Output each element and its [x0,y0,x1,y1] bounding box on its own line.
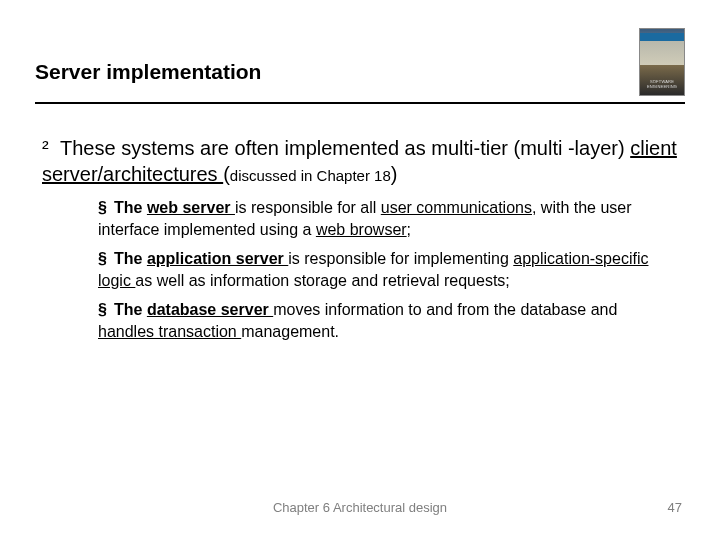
p0-mid1: is responsible for all [235,199,381,216]
cover-label: SOFTWARE ENGINEERING [640,79,684,89]
p0-u1: web server [147,199,235,216]
book-cover-thumbnail: SOFTWARE ENGINEERING [639,28,685,96]
square-bullet-icon: § [98,197,114,219]
slide: Server implementation SOFTWARE ENGINEERI… [0,0,720,540]
slide-title: Server implementation [35,60,261,84]
footer-center: Chapter 6 Architectural design [0,500,720,515]
bullet-level2: §The web server is responsible for all u… [98,197,676,240]
p2-u2: handles transaction [98,323,241,340]
bullet-level2: §The database server moves information t… [98,299,676,342]
slide-number: 47 [668,500,682,515]
p1-mid2: as well as information storage and retri… [135,272,509,289]
p1-u1: application server [147,250,288,267]
cover-band [640,33,684,41]
bullet-level2: §The application server is responsible f… [98,248,676,291]
intro-paren-close: ) [391,163,398,185]
square-bullet-icon: § [98,248,114,270]
slide-body: ²These systems are often implemented as … [42,135,680,351]
p1-pre: The [114,250,147,267]
bullet-level1: ²These systems are often implemented as … [42,135,680,187]
p1-mid1: is responsible for implementing [288,250,513,267]
p2-u1: database server [147,301,273,318]
p2-pre: The [114,301,147,318]
p0-post: ; [407,221,411,238]
p2-mid1: moves information to and from the databa… [273,301,617,318]
square-bullet-icon: § [98,299,114,321]
title-rule [35,102,685,104]
p2-mid2: management. [241,323,339,340]
intro-paren-open: ( [223,163,230,185]
intro-small: discussed in Chapter 18 [230,167,391,184]
p0-u3: web browser [316,221,407,238]
p0-u2: user communications [381,199,532,216]
diamond-bullet-icon: ² [42,135,60,161]
p0-pre: The [114,199,147,216]
intro-text-1: These systems are often implemented as m… [60,137,630,159]
